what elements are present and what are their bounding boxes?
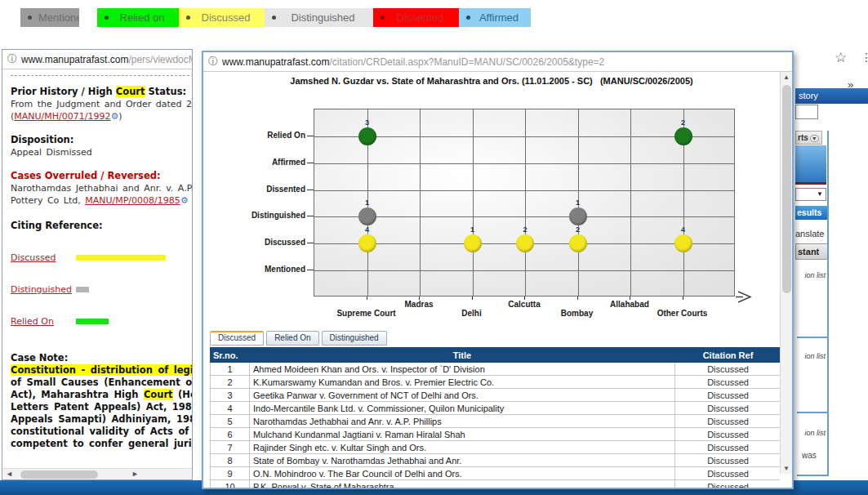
table-row[interactable]: 7Rajinder Singh etc. v. Kultar Singh and… xyxy=(211,441,781,454)
browser-menu-icon[interactable]: ⋮ xyxy=(861,51,868,64)
table-row[interactable]: 2K.Kumarswamy Kumandan and Bros. v. Prem… xyxy=(211,376,781,389)
chart-point-supreme-court-discussed[interactable] xyxy=(358,234,376,252)
heading-text: Status: xyxy=(145,86,187,97)
table-row[interactable]: 6Mulchand Kundanmal Jagtiani v. Raman Hi… xyxy=(211,428,781,441)
tab-discussed[interactable]: Discussed xyxy=(210,331,264,346)
row-number: 10 xyxy=(211,480,250,488)
legend-item-discussed: Discussed xyxy=(179,8,265,27)
legend-item-affirmed: Affirmed xyxy=(459,8,531,27)
chart-point-other-courts-relied-on[interactable] xyxy=(674,127,692,145)
table-row[interactable]: 3Geetika Panwar v. Government of NCT of … xyxy=(211,389,781,402)
case-title[interactable]: Narothamdas Jethabhai and Anr. v. A.P. P… xyxy=(250,415,675,428)
citation-table: Sr.no.TitleCitation Ref1Ahmed Moideen Kh… xyxy=(210,347,780,488)
result-card-fragment: ion list xyxy=(797,416,827,476)
popup-content: Jamshed N. Guzdar vs. State of Maharasht… xyxy=(203,73,780,488)
scroll-up-icon[interactable]: ▲ xyxy=(781,74,792,81)
select-fragment[interactable]: ▼ xyxy=(795,188,826,201)
legend-label: Dissented xyxy=(391,11,459,24)
citing-reference-link[interactable]: Discussed xyxy=(11,252,76,264)
legend-item-distinguished: Distinguished xyxy=(265,8,373,27)
chart-point-delhi-discussed[interactable] xyxy=(464,234,482,252)
sidebar-panel-fragment xyxy=(795,145,826,182)
table-row[interactable]: 9O.N. Mohindroo v. The Bar Council of De… xyxy=(211,467,781,480)
popup-url-bar[interactable]: ⓘ www.manupatrafast.com/citation/CRDetai… xyxy=(203,52,792,72)
tab-distinguished[interactable]: Distinguished xyxy=(322,331,387,346)
chart-point-count: 2 xyxy=(675,118,692,127)
chart-point-calcutta-discussed[interactable] xyxy=(516,234,534,252)
gear-icon[interactable]: ⚙ xyxy=(180,194,189,207)
row-number: 6 xyxy=(211,428,250,441)
y-axis-label: Discussed xyxy=(236,238,305,247)
gear-icon[interactable]: ⚙ xyxy=(110,110,118,123)
horizontal-scrollbar[interactable]: ◄ ► xyxy=(2,468,192,479)
case-title[interactable]: Ahmed Moideen Khan and Ors. v. Inspector… xyxy=(250,363,675,376)
vertical-scrollbar[interactable]: ▲ ▼ xyxy=(780,72,792,474)
table-row[interactable]: 10P.K. Porwal v. State of MaharashtraDis… xyxy=(211,480,781,488)
citation-magnitude-bar xyxy=(76,287,89,292)
case-note-text: competent to confer general jurisdicti xyxy=(11,438,192,449)
gridline-horizontal xyxy=(314,216,734,217)
info-icon: ⓘ xyxy=(7,52,17,66)
chart-point-bombay-distinguished[interactable] xyxy=(569,207,587,225)
case-title[interactable]: State of Bombay v. Narothamdas Jethabhai… xyxy=(250,454,675,467)
table-row[interactable]: 4Indo-Mercantile Bank Ltd. v. Commission… xyxy=(211,402,781,415)
scrollbar-thumb[interactable] xyxy=(782,85,791,293)
table-header-row: Sr.no.TitleCitation Ref xyxy=(211,348,781,363)
bookmark-star-icon[interactable]: ☆ xyxy=(835,49,847,66)
instant-button-fragment[interactable]: stant xyxy=(795,243,829,260)
row-number: 4 xyxy=(211,402,250,415)
citation-ref: Discussed xyxy=(675,389,781,402)
chart-point-supreme-court-distinguished[interactable] xyxy=(358,207,376,225)
citing-reference-link[interactable]: Relied On xyxy=(11,315,76,328)
case-title[interactable]: Mulchand Kundanmal Jagtiani v. Raman Hir… xyxy=(250,428,675,441)
legend-label: Discussed xyxy=(197,11,265,24)
citing-reference-link[interactable]: Distinguished xyxy=(11,283,76,296)
scroll-right-icon[interactable]: ► xyxy=(131,470,139,478)
case-note-line: Appeals Samapti) Adhiniyam, 1981 an xyxy=(11,413,192,426)
case-note-heading: Case Note: xyxy=(11,352,192,364)
chart-point-count: 2 xyxy=(570,225,586,234)
courts-dropdown-fragment[interactable]: rts▼ xyxy=(795,131,822,145)
case-title[interactable]: K.Kumarswamy Kumandan and Bros. v. Premi… xyxy=(250,376,675,389)
scrollbar-thumb[interactable] xyxy=(20,470,98,479)
card-text: was xyxy=(802,451,817,460)
input-fragment xyxy=(795,105,818,119)
case-title[interactable]: Rajinder Singh etc. v. Kultar Singh and … xyxy=(250,441,675,454)
card-text: ion list xyxy=(797,429,827,437)
url-domain: www.manupatrafast.com xyxy=(21,54,128,65)
y-axis-label: Mentioned xyxy=(236,265,305,274)
table-row[interactable]: 5Narothamdas Jethabhai and Anr. v. A.P. … xyxy=(211,415,781,428)
scroll-down-icon[interactable]: ▼ xyxy=(781,465,792,472)
legend-dot-icon xyxy=(381,16,385,20)
results-button-fragment[interactable]: esults xyxy=(795,206,829,220)
y-axis-tick xyxy=(307,136,314,136)
gridline-horizontal xyxy=(314,136,734,137)
left-url-bar[interactable]: ⓘ www.manupatrafast.com/pers/viewdocMain xyxy=(2,50,192,69)
manu-citation-link[interactable]: MANU/MP/0008/1985 xyxy=(85,195,180,206)
table-row[interactable]: 1Ahmed Moideen Khan and Ors. v. Inspecto… xyxy=(211,363,781,376)
card-text: ion list xyxy=(797,271,827,279)
case-title[interactable]: P.K. Porwal v. State of Maharashtra xyxy=(250,480,675,488)
legend-dot-icon xyxy=(466,16,470,20)
case-title[interactable]: O.N. Mohindroo v. The Bar Council of Del… xyxy=(250,467,675,480)
x-axis-tick xyxy=(577,297,578,300)
citation-ref: Discussed xyxy=(675,415,781,428)
tab-relied-on[interactable]: Relied On xyxy=(266,331,318,346)
x-axis-label: Supreme Court xyxy=(330,309,403,318)
x-axis-label: Allahabad xyxy=(593,300,666,309)
translate-link-fragment[interactable]: anslate xyxy=(795,229,824,239)
chart-point-other-courts-discussed[interactable] xyxy=(674,234,692,252)
case-title[interactable]: Indo-Mercantile Bank Ltd. v. Commissione… xyxy=(250,402,675,415)
manu-citation-link[interactable]: MANU/MH/0071/1992 xyxy=(14,111,110,122)
chart-point-count: 4 xyxy=(359,225,376,234)
case-title[interactable]: Geetika Panwar v. Government of NCT of D… xyxy=(250,389,675,402)
citation-magnitude-bar xyxy=(76,255,166,261)
table-row[interactable]: 8State of Bombay v. Narothamdas Jethabha… xyxy=(211,454,781,467)
scroll-left-icon[interactable]: ◄ xyxy=(6,470,13,478)
chart-point-bombay-discussed[interactable] xyxy=(569,234,587,252)
url-path: /citation/CRDetail.aspx?ManuID=MANU/SC/0… xyxy=(329,56,604,68)
citing-reference-list: DiscussedDistinguishedRelied On xyxy=(11,252,192,328)
legend-dot-icon xyxy=(272,16,276,20)
chart-point-supreme-court-relied-on[interactable] xyxy=(358,127,376,145)
history-tab-fragment[interactable]: story xyxy=(795,88,868,104)
